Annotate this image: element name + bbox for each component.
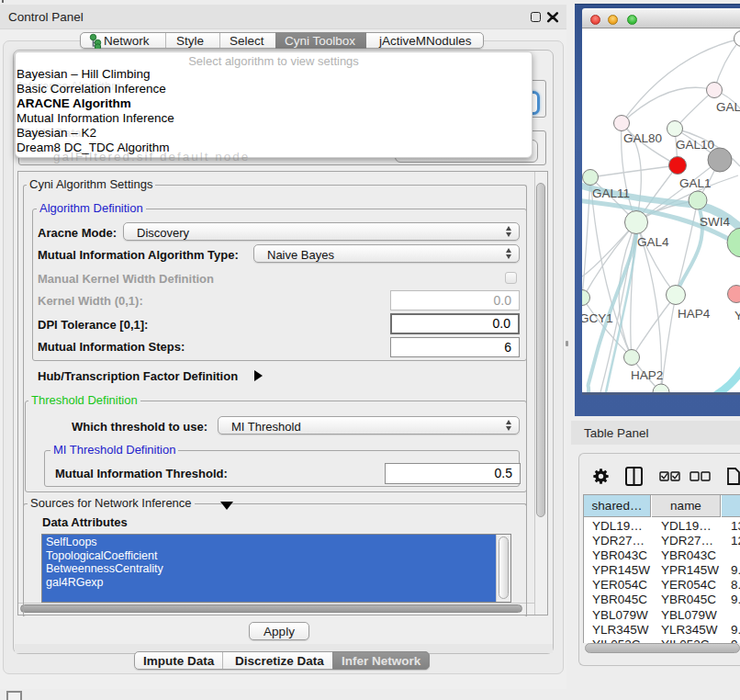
svg-text:HAP4: HAP4 [678,307,711,321]
svg-text:SWI4: SWI4 [700,215,730,229]
svg-text:GAL4: GAL4 [637,235,669,249]
svg-text:GAL1: GAL1 [679,176,712,190]
svg-text:HAP2: HAP2 [631,368,663,382]
svg-text:GCY1: GCY1 [582,311,613,325]
svg-text:GAL2: GAL2 [716,100,740,114]
svg-text:GAL10: GAL10 [676,138,714,152]
svg-text:GAL80: GAL80 [623,131,662,145]
svg-text:Y: Y [734,309,740,322]
svg-text:GAL11: GAL11 [592,186,630,200]
